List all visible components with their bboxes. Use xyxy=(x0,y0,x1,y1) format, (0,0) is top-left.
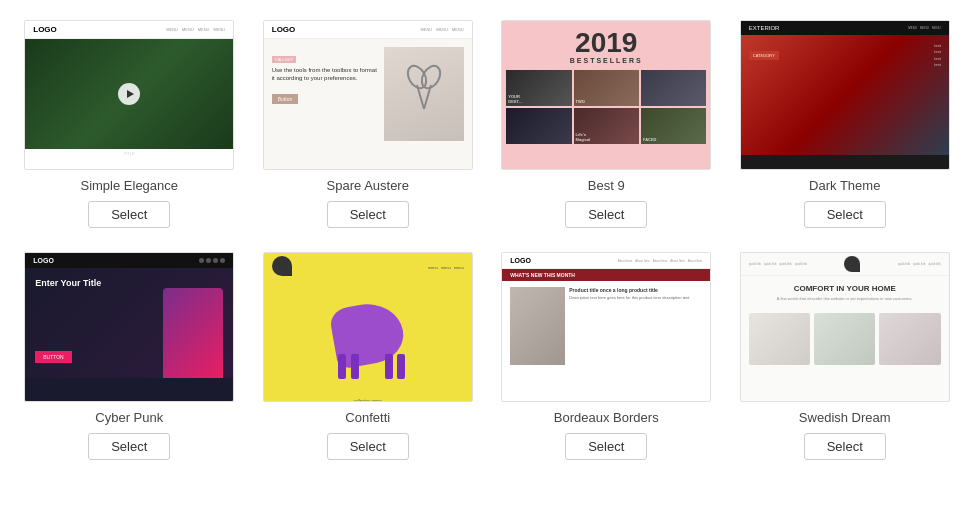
template-preview-bordeaux-borders[interactable]: LOGO About Item About Item About Item Ab… xyxy=(501,252,711,402)
se-play-button[interactable] xyxy=(118,83,140,105)
dt-logo: EXTERIOR xyxy=(749,25,780,31)
cp-title: Enter Your Title xyxy=(35,278,101,290)
sd-heading: COMFORT IN YOUR HOME xyxy=(749,284,941,293)
bb-nav-item: About Item xyxy=(670,259,685,263)
dt-header: EXTERIOR MENU MENU MENU xyxy=(741,21,949,35)
bb-red-bar: WHAT'S NEW THIS MONTH xyxy=(502,269,710,281)
b9-sub: BESTSELLERS xyxy=(510,57,702,64)
template-name-cyber-punk: Cyber Punk xyxy=(95,410,163,425)
template-preview-swedish-dream[interactable]: quick link quick link quick link quick l… xyxy=(740,252,950,402)
cf-nav-item: menu xyxy=(454,265,464,270)
b9-cell xyxy=(506,108,571,144)
template-name-dark-theme: Dark Theme xyxy=(809,178,880,193)
sd-nav-item: quick link xyxy=(795,262,807,266)
bb-image xyxy=(510,287,565,365)
dt-nav-item: MENU xyxy=(908,26,917,30)
template-preview-simple-elegance[interactable]: LOGO MENU MENU MENU MENU TITLE xyxy=(24,20,234,170)
sa-cta-button[interactable]: Button xyxy=(272,94,298,104)
dt-red-bar: CATEGORY xyxy=(749,51,779,60)
sd-header: quick link quick link quick link quick l… xyxy=(741,253,949,276)
cp-dot xyxy=(206,258,211,263)
cp-dot xyxy=(220,258,225,263)
select-button-spare-austere[interactable]: Select xyxy=(327,201,409,228)
cf-nav-item: menu xyxy=(441,265,451,270)
template-item-bordeaux-borders: LOGO About Item About Item About Item Ab… xyxy=(497,252,716,460)
bb-body: Product title once a long product title … xyxy=(502,281,710,371)
sd-image-1 xyxy=(749,313,810,365)
bb-content: Product title once a long product title … xyxy=(569,287,702,365)
b9-label: TWO xyxy=(576,99,585,104)
bb-nav: About Item About Item About Item About I… xyxy=(618,259,703,263)
select-button-simple-elegance[interactable]: Select xyxy=(88,201,170,228)
cp-dot xyxy=(213,258,218,263)
template-name-swedish-dream: Swedish Dream xyxy=(799,410,891,425)
se-nav-item: MENU xyxy=(182,27,194,32)
select-button-dark-theme[interactable]: Select xyxy=(804,201,886,228)
bb-header: LOGO About Item About Item About Item Ab… xyxy=(502,253,710,269)
select-button-best9[interactable]: Select xyxy=(565,201,647,228)
sa-body: CALLOUT Use the tools from the toolbox t… xyxy=(264,39,472,149)
cp-dot xyxy=(199,258,204,263)
template-name-simple-elegance: Simple Elegance xyxy=(80,178,178,193)
cp-cta-button[interactable]: BUTTON xyxy=(35,351,71,363)
template-preview-best9[interactable]: 2019 BESTSELLERS YOURDEST... TWO Life'sM… xyxy=(501,20,711,170)
cp-header: LOGO xyxy=(25,253,233,268)
se-nav-item: MENU xyxy=(213,27,225,32)
dt-nav-item: MENU xyxy=(920,26,929,30)
se-hero xyxy=(25,39,233,149)
dt-nav: MENU MENU MENU xyxy=(908,26,941,30)
sa-image xyxy=(384,47,464,141)
select-button-cyber-punk[interactable]: Select xyxy=(88,433,170,460)
template-preview-dark-theme[interactable]: EXTERIOR MENU MENU MENU CATEGORY texttex… xyxy=(740,20,950,170)
select-button-bordeaux-borders[interactable]: Select xyxy=(565,433,647,460)
sa-nav-item: MENU xyxy=(420,27,432,32)
sd-sub: A few words that describe this website o… xyxy=(749,296,941,301)
sa-logo: LOGO xyxy=(272,25,296,34)
sd-nav-item: quick link xyxy=(764,262,776,266)
template-item-dark-theme: EXTERIOR MENU MENU MENU CATEGORY texttex… xyxy=(736,20,955,228)
sd-images xyxy=(741,309,949,369)
sd-image-2 xyxy=(814,313,875,365)
template-item-simple-elegance: LOGO MENU MENU MENU MENU TITLE Simple El… xyxy=(20,20,239,228)
cf-horse-leg xyxy=(338,354,346,379)
b9-label: YOURDEST... xyxy=(508,94,522,104)
select-button-confetti[interactable]: Select xyxy=(327,433,409,460)
template-preview-spare-austere[interactable]: LOGO MENU MENU MENU CALLOUT Use the tool… xyxy=(263,20,473,170)
b9-cell: TWO xyxy=(574,70,639,106)
bb-logo: LOGO xyxy=(510,257,531,264)
cp-dots xyxy=(199,258,225,263)
bb-product-desc: Description text here goes here for this… xyxy=(569,295,702,301)
sd-nav-item: quick link xyxy=(928,262,940,266)
template-preview-confetti[interactable]: menu menu menu collection name xyxy=(263,252,473,402)
template-preview-cyber-punk[interactable]: LOGO Enter Your Title BUTTON xyxy=(24,252,234,402)
sa-nav-item: MENU xyxy=(436,27,448,32)
template-name-best9: Best 9 xyxy=(588,178,625,193)
cf-horse-leg xyxy=(351,354,359,379)
sd-nav-item: quick link xyxy=(913,262,925,266)
sd-nav: quick link quick link quick link quick l… xyxy=(749,262,807,266)
cf-header: menu menu menu xyxy=(264,253,472,281)
se-nav-item: MENU xyxy=(166,27,178,32)
bb-nav-item: About Item xyxy=(653,259,668,263)
cf-nav: menu menu menu xyxy=(428,265,464,270)
bb-nav-item: About Item xyxy=(618,259,633,263)
cf-logo-icon xyxy=(272,256,292,276)
sa-header: LOGO MENU MENU MENU xyxy=(264,21,472,39)
template-item-swedish-dream: quick link quick link quick link quick l… xyxy=(736,252,955,460)
dt-nav-item: MENU xyxy=(932,26,941,30)
template-item-spare-austere: LOGO MENU MENU MENU CALLOUT Use the tool… xyxy=(259,20,478,228)
se-nav-item: MENU xyxy=(198,27,210,32)
b9-cell: YOURDEST... xyxy=(506,70,571,106)
b9-cell: Life'sMagical xyxy=(574,108,639,144)
cf-body xyxy=(264,281,472,396)
cf-horse-leg xyxy=(385,354,393,379)
bb-nav-item: About Item xyxy=(688,259,703,263)
se-footer: TITLE xyxy=(25,149,233,158)
cp-logo: LOGO xyxy=(33,257,54,264)
select-button-swedish-dream[interactable]: Select xyxy=(804,433,886,460)
sa-text: CALLOUT Use the tools from the toolbox t… xyxy=(272,47,378,141)
template-item-cyber-punk: LOGO Enter Your Title BUTTON Cyber Punk … xyxy=(20,252,239,460)
sd-logo-icon xyxy=(844,256,860,272)
template-name-bordeaux-borders: Bordeaux Borders xyxy=(554,410,659,425)
template-name-confetti: Confetti xyxy=(345,410,390,425)
